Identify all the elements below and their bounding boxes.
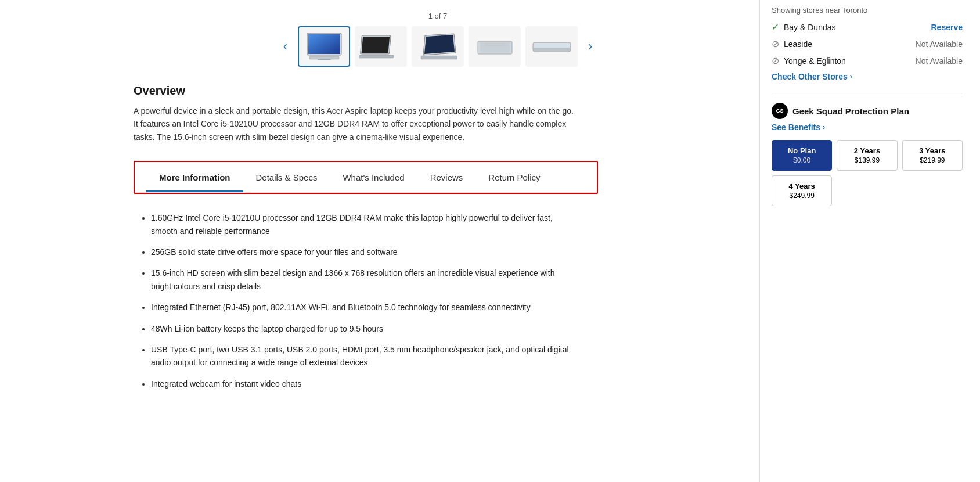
feature-item: 256GB solid state drive offers more spac… <box>151 246 575 258</box>
na-label-yonge-eglinton: Not Available <box>916 56 963 66</box>
svg-marker-9 <box>424 35 455 54</box>
feature-item: USB Type-C port, two USB 3.1 ports, USB … <box>151 343 575 369</box>
svg-rect-3 <box>309 56 339 59</box>
check-icon: ✓ <box>772 21 779 33</box>
feature-item: 48Wh Li-ion battery keeps the laptop cha… <box>151 322 575 335</box>
svg-rect-4 <box>318 59 331 60</box>
stores-section: Showing stores near Toronto ✓ Bay & Dund… <box>772 6 963 81</box>
features-list: 1.60GHz Intel Core i5-10210U processor a… <box>134 211 575 390</box>
store-row-yonge-eglinton: ⊘ Yonge & Eglinton Not Available <box>772 55 963 66</box>
tab-more-information[interactable]: More Information <box>146 162 243 192</box>
na-label-leaside: Not Available <box>916 39 963 49</box>
feature-item: 1.60GHz Intel Core i5-10210U processor a… <box>151 211 575 238</box>
thumbnail-3[interactable] <box>412 26 464 67</box>
carousel-next-button[interactable]: › <box>582 36 598 57</box>
reserve-link-bay-dundas[interactable]: Reserve <box>931 23 963 32</box>
feature-item: Integrated webcam for instant video chat… <box>151 377 575 390</box>
chevron-right-icon: › <box>850 73 852 81</box>
carousel-prev-button[interactable]: ‹ <box>278 36 293 57</box>
geek-squad-logo: GS <box>772 103 788 119</box>
geek-squad-logo-text: GS <box>776 108 783 114</box>
svg-rect-10 <box>421 56 457 59</box>
thumbnail-5[interactable] <box>525 26 578 67</box>
image-carousel: 1 of 7 ‹ <box>134 12 742 67</box>
overview-title: Overview <box>134 84 575 98</box>
tab-whats-included[interactable]: What's Included <box>330 162 417 192</box>
chevron-right-icon: › <box>823 123 825 131</box>
overview-section: Overview A powerful device in a sleek an… <box>134 84 575 143</box>
tabs-section: More Information Details & Specs What's … <box>134 161 598 194</box>
tab-reviews[interactable]: Reviews <box>417 162 476 192</box>
svg-rect-16 <box>534 43 570 48</box>
store-name-bay-dundas: Bay & Dundas <box>784 23 836 32</box>
svg-rect-17 <box>534 48 570 51</box>
see-benefits-link[interactable]: See Benefits › <box>772 123 963 132</box>
thumbnail-4[interactable] <box>469 26 521 67</box>
geek-squad-title: Geek Squad Protection Plan <box>792 106 909 116</box>
check-other-stores-link[interactable]: Check Other Stores › <box>772 72 963 81</box>
protection-plan-grid-row2: 4 Years $249.99 <box>772 175 963 206</box>
carousel-counter: 1 of 7 <box>428 12 448 20</box>
sidebar: Showing stores near Toronto ✓ Bay & Dund… <box>759 0 980 482</box>
svg-rect-7 <box>359 55 394 58</box>
thumbnail-strip: ‹ <box>278 26 599 67</box>
plan-no-plan-button[interactable]: No Plan $0.00 <box>772 140 832 171</box>
overview-text: A powerful device in a sleek and portabl… <box>134 105 575 143</box>
store-name-leaside: Leaside <box>784 39 812 49</box>
feature-item: 15.6-inch HD screen with slim bezel desi… <box>151 267 575 293</box>
svg-rect-12 <box>480 42 510 53</box>
feature-item: Integrated Ethernet (RJ-45) port, 802.11… <box>151 301 575 314</box>
store-row-leaside: ⊘ Leaside Not Available <box>772 38 963 49</box>
geek-squad-section: GS Geek Squad Protection Plan See Benefi… <box>772 103 963 206</box>
protection-plan-grid: No Plan $0.00 2 Years $139.99 3 Years $2… <box>772 140 963 171</box>
tab-details-specs[interactable]: Details & Specs <box>243 162 330 192</box>
store-row-bay-dundas: ✓ Bay & Dundas Reserve <box>772 21 963 33</box>
svg-rect-6 <box>361 37 389 53</box>
plan-4-years-button[interactable]: 4 Years $249.99 <box>772 175 832 206</box>
store-name-yonge-eglinton: Yonge & Eglinton <box>784 56 846 66</box>
thumbnail-2[interactable] <box>355 26 407 67</box>
plan-2-years-button[interactable]: 2 Years $139.99 <box>837 140 897 171</box>
svg-rect-2 <box>308 34 340 54</box>
thumbnail-1[interactable] <box>298 26 350 67</box>
tabs-bar: More Information Details & Specs What's … <box>135 162 597 193</box>
tab-return-policy[interactable]: Return Policy <box>475 162 553 192</box>
unavailable-icon-leaside: ⊘ <box>772 38 779 49</box>
unavailable-icon-yonge: ⊘ <box>772 55 779 66</box>
stores-header: Showing stores near Toronto <box>772 6 963 15</box>
divider <box>772 93 963 93</box>
plan-3-years-button[interactable]: 3 Years $219.99 <box>902 140 963 171</box>
